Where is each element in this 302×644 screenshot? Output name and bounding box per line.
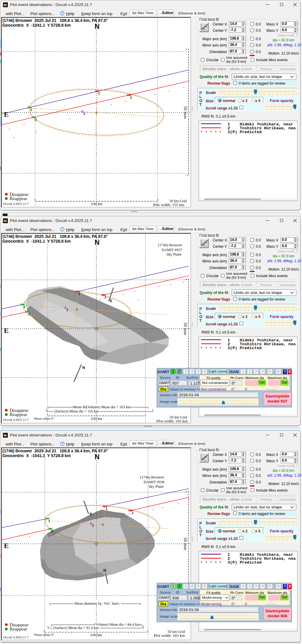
svg-text:(1746) Brouwer: (1746) Brouwer — [140, 475, 165, 479]
svg-text:Plot width: 155 km: Plot width: 155 km — [153, 202, 184, 207]
svg-text:Phase offset 0°: Phase offset 0° — [34, 633, 54, 637]
svg-text:DAMIT #937: DAMIT #937 — [162, 248, 182, 252]
svg-text:DAMIT #938: DAMIT #938 — [143, 480, 164, 484]
svg-text:E: E — [4, 110, 9, 118]
svg-text:E: E — [4, 542, 9, 550]
svg-text:1: 1 — [48, 519, 50, 523]
svg-text:100 km: 100 km — [91, 202, 103, 206]
svg-text:(Volume) Mean dia = 84.4 km: (Volume) Mean dia = 84.4 km — [94, 622, 140, 627]
svg-text:Occult 4.2025.11.7: Occult 4.2025.11.7 — [3, 418, 29, 421]
svg-text:Sky Plane: Sky Plane — [167, 252, 182, 256]
svg-text:Geocentric X -1041.1 Y 5728: Geocentric X -1041.1 Y 5728.8 km — [2, 23, 71, 28]
svg-text:N: N — [95, 453, 100, 461]
svg-text:Occult 4.2025.11.7: Occult 4.2025.11.7 — [3, 202, 29, 205]
svg-text:(1746) Brouwer 2025 Jul 21: (1746) Brouwer 2025 Jul 21 108.8 x 36.4 … — [2, 448, 108, 453]
svg-text:50 mas: 50 mas — [183, 322, 188, 335]
svg-text:2: 2 — [51, 529, 53, 533]
svg-text:3(P) Predicted: 3(P) Predicted — [228, 130, 261, 134]
svg-text:Plot width: 193 km: Plot width: 193 km — [156, 419, 188, 423]
svg-text:50 mas: 50 mas — [183, 538, 188, 550]
svg-text:?: ? — [62, 12, 63, 15]
svg-text:3(P) Predicted: 3(P) Predicted — [228, 560, 261, 565]
svg-text:1: 1 — [106, 507, 107, 511]
svg-text:(1746) Brouwer: (1746) Brouwer — [158, 243, 183, 247]
svg-text:3: 3 — [92, 523, 94, 528]
svg-text:Plot width: 183 km: Plot width: 183 km — [154, 633, 185, 638]
svg-text:2: 2 — [131, 511, 133, 515]
svg-text:(Surface) Mean dia = 91.4 km: (Surface) Mean dia = 91.4 km — [53, 626, 99, 630]
svg-text:N: N — [95, 238, 100, 246]
svg-text:N: N — [82, 365, 85, 370]
svg-text:1: 1 — [23, 305, 25, 309]
svg-text:(Surface) Mean dia = 116 km: (Surface) Mean dia = 116 km — [54, 409, 98, 413]
svg-text:Reappear: Reappear — [10, 626, 27, 631]
svg-text:N: N — [95, 22, 100, 30]
svg-text:E: E — [4, 327, 9, 334]
svg-text:Occult 4.2025.11.7: Occult 4.2025.11.7 — [3, 635, 29, 639]
svg-text:Phase offset 0°: Phase offset 0° — [34, 417, 54, 420]
svg-text:1: 1 — [78, 292, 80, 296]
svg-text:1: 1 — [30, 108, 32, 112]
svg-text:(1746) Brouwer 2025 Jul 21: (1746) Brouwer 2025 Jul 21 108.8 x 36.4 … — [2, 234, 108, 239]
svg-text:Sky Plane: Sky Plane — [149, 484, 164, 489]
svg-text:2: 2 — [28, 312, 30, 316]
svg-text:?: ? — [62, 442, 63, 445]
svg-text:S: S — [89, 512, 92, 516]
svg-text:100 km: 100 km — [90, 633, 102, 637]
svg-text:Geocentric X -1041.1 Y 5728: Geocentric X -1041.1 Y 5728.8 km — [2, 453, 71, 458]
svg-text:?: ? — [62, 228, 63, 231]
svg-text:3: 3 — [83, 112, 85, 116]
svg-text:S: S — [110, 298, 112, 303]
svg-text:2: 2 — [130, 95, 132, 100]
svg-text:2: 2 — [104, 295, 106, 299]
svg-text:3: 3 — [66, 308, 68, 312]
svg-text:(Volume) Mean dia = 103 km: (Volume) Mean dia = 103 km — [86, 405, 131, 409]
svg-text:(1746) Brouwer 2025 Jul 21: (1746) Brouwer 2025 Jul 21 108.8 x 36.4 … — [2, 18, 108, 23]
svg-text:1: 1 — [98, 91, 100, 96]
svg-text:2: 2 — [35, 118, 37, 122]
svg-text:Reappear: Reappear — [10, 412, 27, 417]
svg-text:50 mas: 50 mas — [183, 106, 188, 119]
svg-text:100 km: 100 km — [90, 416, 102, 421]
svg-text:3(P) Predicted: 3(P) Predicted — [228, 346, 261, 350]
svg-text:Geocentric X -1041.1 Y 5728: Geocentric X -1041.1 Y 5728.8 km — [2, 239, 71, 244]
svg-text:N: N — [103, 568, 106, 573]
svg-text:Reappear: Reappear — [10, 196, 27, 201]
svg-text:Mean diameter by: Vol↑ Surf↓: Mean diameter by: Vol↑ Surf↓ — [74, 601, 120, 606]
